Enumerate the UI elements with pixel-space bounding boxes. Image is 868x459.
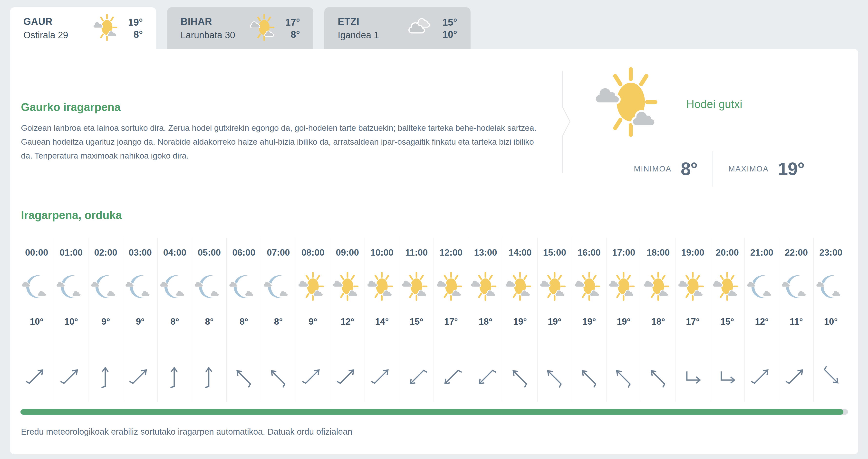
moon-clouds-icon xyxy=(192,272,227,303)
moon-clouds-icon xyxy=(20,272,54,303)
hour-column: 23:00 10° xyxy=(813,238,848,402)
hour-time: 14:00 xyxy=(503,248,537,258)
hour-time: 04:00 xyxy=(158,248,192,258)
hour-column: 00:00 10° xyxy=(20,238,54,402)
wind-arrow-ne-icon xyxy=(365,364,399,391)
moon-clouds-icon xyxy=(261,272,296,303)
hour-temperature: 19° xyxy=(503,317,537,327)
moon-clouds-icon xyxy=(54,272,89,303)
hour-temperature: 9° xyxy=(296,317,330,327)
tab-temp-max: 15° xyxy=(442,16,457,28)
hour-column: 18:00 18° xyxy=(641,238,676,402)
wind-arrow-n-icon xyxy=(192,364,227,391)
condition-label: Hodei gutxi xyxy=(686,97,742,111)
hour-time: 21:00 xyxy=(745,248,779,258)
hour-temperature: 8° xyxy=(227,317,261,327)
tab-etzi[interactable]: ETZI Igandea 1 15° 10° xyxy=(324,7,470,49)
wind-arrow-n-icon xyxy=(89,364,123,391)
hour-time: 19:00 xyxy=(676,248,710,258)
moon-clouds-icon xyxy=(123,272,157,303)
minmax-divider xyxy=(713,151,713,187)
hour-temperature: 18° xyxy=(468,317,503,327)
minmax-temperatures: MINIMOA 8° MAXIMOA 19° xyxy=(634,151,804,187)
moon-clouds-icon xyxy=(814,272,848,303)
forecast-card: Gaurko iragarpena Goizean lanbroa eta la… xyxy=(10,49,858,454)
sun-clouds-icon xyxy=(250,14,279,43)
hour-column: 08:00 9° xyxy=(296,238,330,402)
hour-temperature: 10° xyxy=(54,317,89,327)
hour-temperature: 15° xyxy=(710,317,744,327)
wind-arrow-sw-icon xyxy=(468,364,503,391)
sun-clouds-icon xyxy=(434,272,468,303)
tab-gaur[interactable]: GAUR Ostirala 29 19° 8° xyxy=(10,7,156,49)
tab-temp-min: 10° xyxy=(442,28,457,40)
hour-temperature: 10° xyxy=(20,317,54,327)
hour-time: 10:00 xyxy=(365,248,399,258)
hour-time: 08:00 xyxy=(296,248,330,258)
tab-day-label: BIHAR xyxy=(181,16,235,27)
hour-time: 01:00 xyxy=(54,248,89,258)
wind-arrow-ne-icon xyxy=(779,364,813,391)
wind-arrow-ne-icon xyxy=(330,364,365,391)
wind-arrow-nw-icon xyxy=(503,364,537,391)
hour-column: 03:00 9° xyxy=(123,238,157,402)
hour-column: 22:00 11° xyxy=(779,238,813,402)
section-divider xyxy=(558,71,574,174)
sun-clouds-icon xyxy=(93,14,121,43)
sun-clouds-icon xyxy=(676,272,710,303)
hour-time: 05:00 xyxy=(192,248,227,258)
wind-arrow-nw-icon xyxy=(227,364,261,391)
tab-bihar[interactable]: BIHAR Larunbata 30 17° 8° xyxy=(167,7,313,49)
hour-temperature: 12° xyxy=(330,317,365,327)
hour-column: 19:00 17° xyxy=(675,238,710,402)
sun-clouds-icon xyxy=(607,272,641,303)
moon-clouds-icon xyxy=(745,272,779,303)
hour-time: 23:00 xyxy=(814,248,848,258)
today-forecast-title: Gaurko iragarpena xyxy=(21,101,121,114)
hour-column: 01:00 10° xyxy=(54,238,89,402)
hour-time: 20:00 xyxy=(710,248,744,258)
wind-arrow-ne-icon xyxy=(54,364,89,391)
hour-column: 06:00 8° xyxy=(226,238,261,402)
wind-arrow-sw-icon xyxy=(434,364,468,391)
hour-time: 22:00 xyxy=(779,248,813,258)
hourly-scrollbar-thumb[interactable] xyxy=(21,409,843,414)
sun-clouds-icon xyxy=(537,272,572,303)
clouds-icon xyxy=(407,14,436,43)
wind-arrow-nw-icon xyxy=(537,364,572,391)
weather-forecast-page: GAUR Ostirala 29 19° 8° BIHAR L xyxy=(0,0,868,459)
sun-clouds-icon xyxy=(296,272,330,303)
wind-arrow-nw-icon xyxy=(261,364,296,391)
hour-temperature: 17° xyxy=(434,317,468,327)
hour-column: 09:00 12° xyxy=(330,238,365,402)
hour-column: 17:00 19° xyxy=(606,238,641,402)
sun-clouds-icon xyxy=(710,272,744,303)
hour-column: 20:00 15° xyxy=(710,238,744,402)
hour-column: 15:00 19° xyxy=(537,238,572,402)
hour-temperature: 10° xyxy=(814,317,848,327)
tab-day-label: ETZI xyxy=(338,16,379,27)
moon-clouds-icon xyxy=(227,272,261,303)
wind-arrow-se-icon xyxy=(814,364,848,391)
min-label: MINIMOA xyxy=(634,164,671,173)
tab-temp-min: 8° xyxy=(128,28,143,40)
hourly-forecast-strip: 00:00 10° 01:00 10° 02:00 9° xyxy=(20,238,848,402)
hour-time: 13:00 xyxy=(468,248,503,258)
hour-temperature: 17° xyxy=(676,317,710,327)
tab-date: Ostirala 29 xyxy=(23,30,68,40)
moon-clouds-icon xyxy=(158,272,192,303)
tab-temp-min: 8° xyxy=(285,28,300,40)
hour-column: 12:00 17° xyxy=(434,238,468,402)
hour-time: 09:00 xyxy=(330,248,365,258)
hour-temperature: 19° xyxy=(537,317,572,327)
wind-arrow-nw-icon xyxy=(607,364,641,391)
today-forecast-description: Goizean lanbroa eta lainoa sortuko dira.… xyxy=(21,121,540,163)
hour-time: 07:00 xyxy=(261,248,296,258)
tab-day-label: GAUR xyxy=(23,16,68,27)
wind-arrow-nw-icon xyxy=(641,364,676,391)
footer-disclaimer: Eredu meteorologikoak erabiliz sortutako… xyxy=(21,427,352,436)
hour-column: 11:00 15° xyxy=(399,238,434,402)
hour-temperature: 8° xyxy=(261,317,296,327)
tab-date: Igandea 1 xyxy=(338,30,379,40)
sun-clouds-icon xyxy=(468,272,503,303)
